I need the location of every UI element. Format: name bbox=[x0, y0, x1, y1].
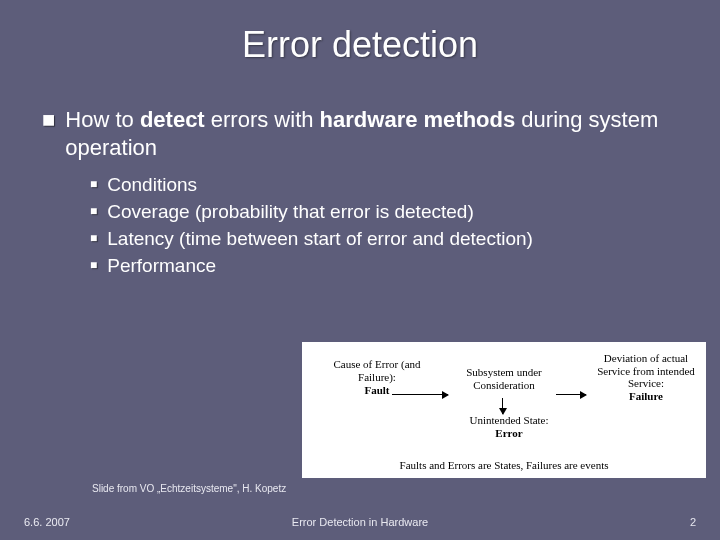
intro-keyword-detect: detect bbox=[140, 107, 205, 132]
list-item: ■ Performance bbox=[90, 253, 678, 278]
intro-pre: How to bbox=[65, 107, 140, 132]
list-item-text: Performance bbox=[107, 253, 216, 278]
arrow-icon bbox=[392, 394, 448, 395]
list-item-text: Coverage (probability that error is dete… bbox=[107, 199, 473, 224]
list-item: ■ Latency (time between start of error a… bbox=[90, 226, 678, 251]
list-item-text: Latency (time between start of error and… bbox=[107, 226, 533, 251]
diagram-deviation-label: Deviation of actual Service from intende… bbox=[590, 352, 702, 390]
square-bullet-icon: ■ bbox=[90, 253, 97, 278]
list-item-text: Conditions bbox=[107, 172, 197, 197]
slide: Error detection ■ How to detect errors w… bbox=[0, 0, 720, 540]
intro-mid: errors with bbox=[205, 107, 320, 132]
diagram-failure-label: Failure bbox=[590, 390, 702, 403]
diagram-unintended-label: Unintended State: bbox=[454, 414, 564, 427]
diagram-subsystem-label: Subsystem under Consideration bbox=[454, 366, 554, 391]
bullet-level1: ■ How to detect errors with hardware met… bbox=[42, 106, 678, 162]
arrow-icon bbox=[556, 394, 586, 395]
footer-page-number: 2 bbox=[690, 516, 696, 528]
footer-date: 6.6. 2007 bbox=[24, 516, 70, 528]
fault-error-failure-diagram: Cause of Error (and Failure): Fault Subs… bbox=[302, 342, 706, 478]
slide-title: Error detection bbox=[0, 0, 720, 66]
footer-title: Error Detection in Hardware bbox=[0, 516, 720, 528]
intro-text: How to detect errors with hardware metho… bbox=[65, 106, 678, 162]
square-bullet-icon: ■ bbox=[90, 199, 97, 224]
square-bullet-icon: ■ bbox=[90, 226, 97, 251]
arrow-icon bbox=[502, 398, 503, 414]
square-bullet-icon: ■ bbox=[42, 106, 55, 134]
intro-keyword-hardware: hardware methods bbox=[320, 107, 516, 132]
list-item: ■ Coverage (probability that error is de… bbox=[90, 199, 678, 224]
diagram-cause-label: Cause of Error (and Failure): bbox=[322, 358, 432, 383]
footer: 6.6. 2007 Error Detection in Hardware 2 bbox=[0, 516, 720, 528]
content-area: ■ How to detect errors with hardware met… bbox=[0, 66, 720, 278]
square-bullet-icon: ■ bbox=[90, 172, 97, 197]
attribution-text: Slide from VO „Echtzeitsysteme", H. Kope… bbox=[92, 483, 286, 494]
subitems: ■ Conditions ■ Coverage (probability tha… bbox=[42, 172, 678, 278]
diagram-error-label: Error bbox=[454, 427, 564, 440]
diagram-caption: Faults and Errors are States, Failures a… bbox=[302, 459, 706, 472]
list-item: ■ Conditions bbox=[90, 172, 678, 197]
